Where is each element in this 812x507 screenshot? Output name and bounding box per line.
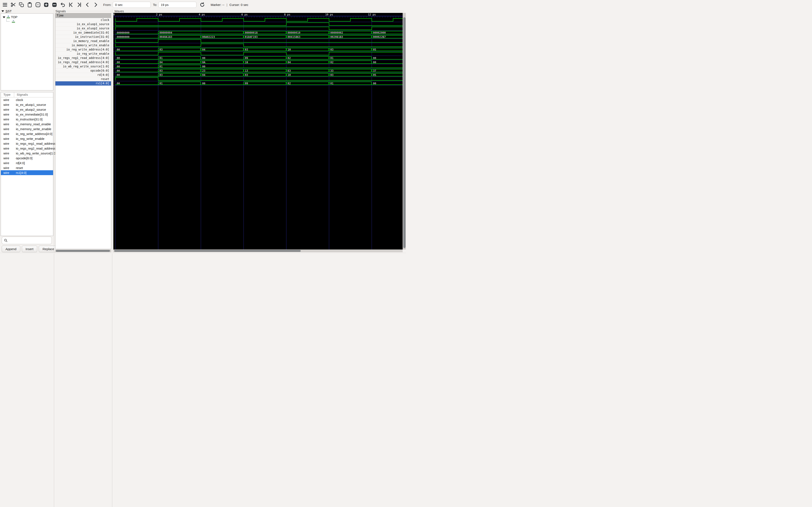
signal-table-row[interactable]: wireio_wb_reg_write_source[1:0] [1,151,53,156]
expander-icon[interactable] [3,16,5,18]
paste-icon[interactable] [27,2,33,8]
signal-name: io_regs_reg2_read_address[4:0] [14,147,62,150]
svg-text:23: 23 [202,69,205,72]
wave-signal-name-row[interactable]: io_wb_reg_write_source[1:0] [55,64,111,69]
menu-icon[interactable] [2,2,8,8]
signal-table-row[interactable]: wireio_ex_immediate[31:0] [1,112,53,117]
reload-icon[interactable] [199,2,205,8]
svg-text:002081B3: 002081B3 [330,35,343,39]
wave-signal-name-row[interactable]: io_reg_write_address[4:0] [55,48,111,52]
scrollbar-thumb[interactable] [114,250,301,252]
svg-text:10: 10 [288,48,291,51]
svg-text:01: 01 [159,82,163,85]
waves-hscrollbar[interactable] [113,249,403,252]
collapse-triangle-icon[interactable] [1,10,4,12]
signal-table-row[interactable]: wirereset [1,165,53,170]
to-label: To: [153,3,157,7]
signal-name: io_memory_write_enable [14,127,51,131]
svg-text:03: 03 [245,73,248,76]
signal-name: io_memory_read_enable [14,122,51,126]
svg-text:03: 03 [159,69,163,72]
from-input[interactable] [113,2,151,8]
cut-icon[interactable] [10,2,16,8]
wave-signal-name-row[interactable]: io_memory_write_enable [55,43,111,48]
signal-name: clock [14,98,23,102]
zoom-in-icon[interactable] [43,2,49,8]
wave-signal-name-row[interactable]: opcode[6:0] [55,69,111,73]
signal-table-row[interactable]: wireio_memory_write_enable [1,126,53,131]
signal-table-row[interactable]: wirers1[4:0] [1,170,53,175]
zoom-fit-icon[interactable] [35,2,41,8]
append-button[interactable]: Append [2,246,20,252]
svg-text:8: 8 [284,13,286,16]
signal-table-row[interactable]: wireio_reg_write_enable [1,136,53,141]
go-to-start-icon[interactable] [68,2,74,8]
svg-text:00: 00 [117,65,120,68]
svg-text:01: 01 [330,82,334,85]
signal-name: rs1[4:0] [14,171,27,174]
scrollbar-thumb[interactable] [403,17,406,248]
step-back-icon[interactable] [85,2,90,8]
wave-signal-name-row[interactable]: io_regs_reg2_read_address[4:0] [55,60,111,64]
svg-text:00: 00 [117,82,120,85]
svg-text:00: 00 [117,48,120,51]
zoom-out-icon[interactable] [52,2,57,8]
svg-text:00: 00 [373,61,376,64]
svg-text:02: 02 [288,82,291,85]
search-input[interactable] [9,239,52,242]
time-header[interactable]: Time [55,13,111,18]
svg-text:ps: ps [245,13,248,16]
panel-divider[interactable] [112,9,112,253]
svg-text:ps: ps [372,13,376,16]
signals-column-header: Signals [14,92,28,97]
svg-text:18: 18 [245,61,248,64]
insert-button[interactable]: Insert [22,246,38,252]
to-input[interactable] [158,2,196,8]
signal-table-row[interactable]: wireio_ex_aluop1_source [1,102,53,107]
wave-signal-name-row[interactable]: io_reg_write_enable [55,52,111,56]
svg-text:03: 03 [245,48,248,51]
undo-icon[interactable] [60,2,65,8]
wave-signal-name-row[interactable]: io_instruction[31:0] [55,35,111,39]
signals-hscrollbar[interactable] [55,249,111,252]
signal-table-row[interactable]: wireio_memory_read_enable [1,122,53,126]
signal-table-row[interactable]: wireopcode[6:0] [1,156,53,161]
svg-text:04: 04 [202,73,205,76]
svg-text:10: 10 [325,13,328,16]
wave-signal-name-row[interactable]: reset [55,77,111,81]
copy-icon[interactable] [18,2,24,8]
wave-signal-name-row[interactable]: io_memory_read_enable [55,39,111,43]
table-header: Type Signals [1,92,53,97]
wave-signal-name-row[interactable]: io_ex_aluop2_source [55,26,111,31]
waves-vscrollbar[interactable] [403,13,406,249]
wave-signal-name-row[interactable]: io_ex_immediate[31:0] [55,31,111,35]
sst-header[interactable]: SST [1,9,12,13]
go-to-end-icon[interactable] [77,2,82,8]
signal-type: wire [1,127,14,131]
wave-signal-name-row[interactable]: rs1[4:0] [55,81,111,86]
signal-table-row[interactable]: wireio_regs_reg2_read_address[4:0] [1,146,53,151]
signal-type: wire [1,156,14,160]
waveform-canvas[interactable]: 02ps4ps6ps8ps10ps12ps0000000000000004000… [113,13,403,249]
tree-node-instructiondecode[interactable]: InstructionDecode [1,19,53,24]
wave-signal-name-row[interactable]: io_regs_reg1_read_address[4:0] [55,56,111,60]
signal-table-row[interactable]: wireio_ex_aluop2_source [1,107,53,112]
scrollbar-thumb[interactable] [56,250,110,252]
wave-signal-name-row[interactable]: rd[4:0] [55,73,111,77]
svg-text:63: 63 [288,69,291,72]
svg-text:ps: ps [330,13,333,16]
signal-table-row[interactable]: wireio_instruction[31:0] [1,117,53,122]
tree-node-label: InstructionDecode [16,20,42,23]
wave-signal-name-row[interactable]: io_ex_aluop1_source [55,22,111,26]
signal-table-row[interactable]: wireio_regs_reg1_read_address[4:0] [1,141,53,146]
svg-text:10: 10 [288,73,291,76]
signal-table-row[interactable]: wireio_reg_write_address[4:0] [1,131,53,136]
wave-signal-name-row[interactable]: clock [55,18,111,22]
signal-name: io_ex_immediate[31:0] [14,113,48,116]
svg-text:ps: ps [159,13,162,16]
svg-text:01: 01 [159,65,163,68]
signal-table-row[interactable]: wirerd[4:0] [1,161,53,165]
signal-table-row[interactable]: wireclock [1,97,53,102]
svg-text:03: 03 [330,73,334,76]
step-forward-icon[interactable] [93,2,99,8]
